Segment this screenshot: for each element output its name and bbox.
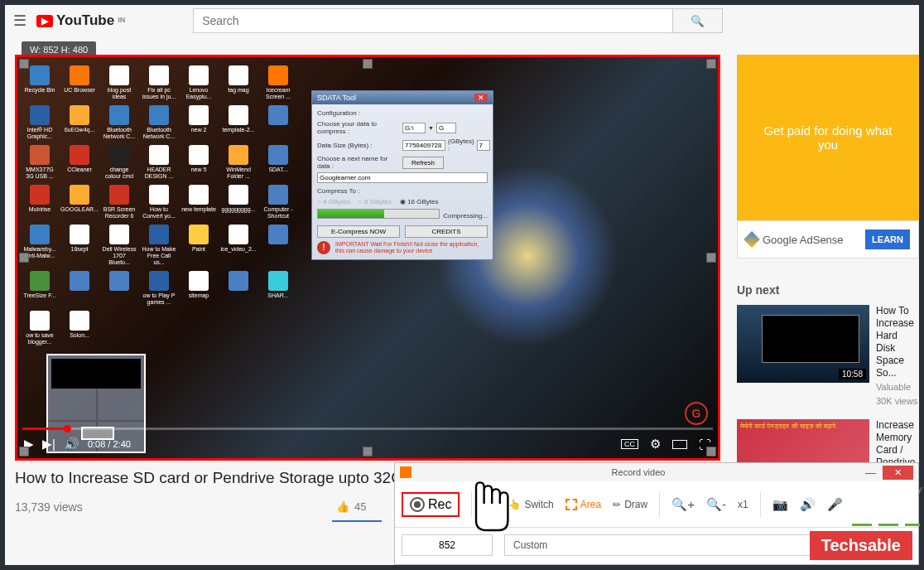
name-input[interactable] [317,172,488,183]
logo-text: YouTube [56,12,114,29]
desktop-icon[interactable]: BSR Screen Recorder 6 [100,183,138,221]
area-button[interactable]: Area [565,499,601,510]
record-button[interactable]: Rec [402,492,460,517]
desktop-icon[interactable]: TreeSize F... [21,269,59,307]
desktop-icon[interactable] [259,223,297,268]
desktop-icon[interactable]: WinMend Folder ... [219,143,257,181]
desktop-icon[interactable]: change colour cmd [100,143,138,181]
desktop-icon[interactable]: ow to Play P games ... [140,269,178,307]
desktop-icon[interactable] [100,269,138,307]
desktop-icon[interactable]: blog post ideas [100,64,138,102]
desktop-icon[interactable]: 18sept [60,223,99,268]
desktop-icon[interactable]: SDAT... [259,143,297,181]
theater-icon[interactable] [672,440,687,449]
radio-16gb[interactable]: ◉ 16 GBytes [400,198,439,205]
compress-button[interactable]: E-Compress NOW [317,225,400,238]
time-display: 0:08 / 2:40 [88,439,131,449]
desktop-icon[interactable] [60,269,99,307]
drive-select[interactable] [402,123,426,133]
desktop-icon[interactable]: new template [180,183,218,221]
size-label: Data Size (Bytes) : [317,142,400,149]
zoom-in-icon[interactable]: 🔍+ [671,497,695,512]
desktop-icon[interactable]: How to Convert yo... [140,183,178,221]
cc-button[interactable]: CC [621,439,638,449]
desktop-icon[interactable]: ice_video_2... [219,223,257,268]
resize-handle[interactable] [706,253,716,263]
resize-handle[interactable] [19,447,29,456]
desktop-icon[interactable]: Bluetooth Network C... [140,104,178,142]
zoom-out-icon[interactable]: 🔍- [706,497,726,512]
mic-icon[interactable]: 🎤 [827,497,843,512]
desktop-icon[interactable]: MMX377G 3G USB ... [21,143,59,181]
adsense-row[interactable]: Google AdSense LEARN [737,220,919,258]
radio-4gb[interactable]: ○ 4 GBytes [317,198,350,205]
desktop-icon[interactable]: Recycle Bin [21,64,59,102]
webcam-icon[interactable]: 📷 [772,497,788,512]
warning-icon: ! [317,241,330,254]
resize-handle[interactable] [363,447,373,456]
resize-handle[interactable] [19,253,29,263]
upnext-heading: Up next [737,283,919,297]
compress-to-label: Compress To : [317,187,488,195]
desktop-icon[interactable]: new 2 [180,104,218,142]
desktop-icon[interactable]: SHAR... [259,269,297,307]
desktop-icon[interactable]: new 5 [180,143,218,181]
desktop-icon[interactable]: Paint [180,223,218,268]
desktop-icon[interactable]: How to Make Free Call us... [140,223,178,268]
search-input[interactable] [193,8,673,33]
drive-letter[interactable] [436,123,456,133]
search-button[interactable]: 🔍 [673,8,723,33]
watermark: Techsable [810,531,912,560]
ad-banner[interactable]: Get paid for doing what you [737,55,919,220]
desktop-icon[interactable] [259,104,297,142]
desktop-icon[interactable]: Mobirise [21,183,59,221]
google-badge: G [685,402,708,425]
desktop-icon[interactable]: Solon... [60,309,99,347]
speaker-icon[interactable]: 🔊 [800,497,816,512]
related-video[interactable]: 10:58 How To Increase Hard Disk Space So… [737,305,919,408]
resize-handle[interactable] [706,59,716,69]
like-icon[interactable]: 👍 [336,500,349,513]
related-views: 30K views [876,395,919,408]
resize-handle[interactable] [363,59,373,69]
desktop-icon[interactable]: Computer - Shortcut [259,183,297,221]
desktop-icon[interactable] [219,269,257,307]
desktop-icon[interactable]: Intel® HD Graphic... [21,104,59,142]
desktop-icon[interactable]: template-2... [219,104,257,142]
desktop-icon[interactable]: sitemap [180,269,218,307]
desktop-icon[interactable]: Lenovo Easyplu... [180,64,218,102]
youtube-logo[interactable]: ▶ YouTube IN [36,12,125,29]
desktop-icon[interactable]: ow to save blogger... [21,309,59,347]
desktop-icon[interactable]: GOOGLEAR... [60,183,99,221]
video-thumbnail: 10:58 [737,305,869,383]
desktop-icon[interactable]: Icecream Screen ... [259,64,297,102]
refresh-button[interactable]: Refresh [402,157,444,169]
close-icon[interactable]: ✕ [474,94,488,102]
desktop-icon[interactable]: CCleaner [60,143,99,181]
close-button[interactable]: ✕ [883,466,913,480]
adsense-label: Google AdSense [763,234,844,246]
learn-button[interactable]: LEARN [865,229,910,249]
desktop-icon[interactable]: Bluetooth Network C... [100,104,138,142]
size-input[interactable] [402,140,445,151]
gb-input[interactable] [477,140,490,151]
desktop-icon[interactable]: UC Browser [60,64,99,102]
credits-button[interactable]: CREDITS [405,225,488,238]
desktop-icon[interactable]: ggggggggg... [219,183,257,221]
desktop-icons: Recycle BinUC Browserblog post ideasFix … [21,64,302,347]
resize-handle[interactable] [706,447,716,456]
hamburger-icon[interactable]: ☰ [13,12,26,30]
video-player[interactable]: Recycle BinUC Browserblog post ideasFix … [15,55,720,461]
desktop-icon[interactable]: tag mag [219,64,257,102]
volume-icon[interactable]: 🔊 [64,437,79,452]
desktop-icon[interactable]: 6uEGw4q... [60,104,99,142]
next-button[interactable]: ▶| [42,437,55,452]
desktop-icon[interactable]: Fix all pc issues in ju... [140,64,178,102]
minimize-button[interactable]: — [859,465,883,481]
radio-8gb[interactable]: ○ 8 GBytes [359,198,392,205]
draw-button[interactable]: ✏Draw [613,499,647,510]
desktop-icon[interactable]: HEADER DESIGN ... [140,143,178,181]
desktop-icon[interactable]: Dell Wireless 1707 Blueto... [100,223,138,268]
settings-icon[interactable]: ⚙ [650,437,661,452]
resize-handle[interactable] [19,59,29,69]
